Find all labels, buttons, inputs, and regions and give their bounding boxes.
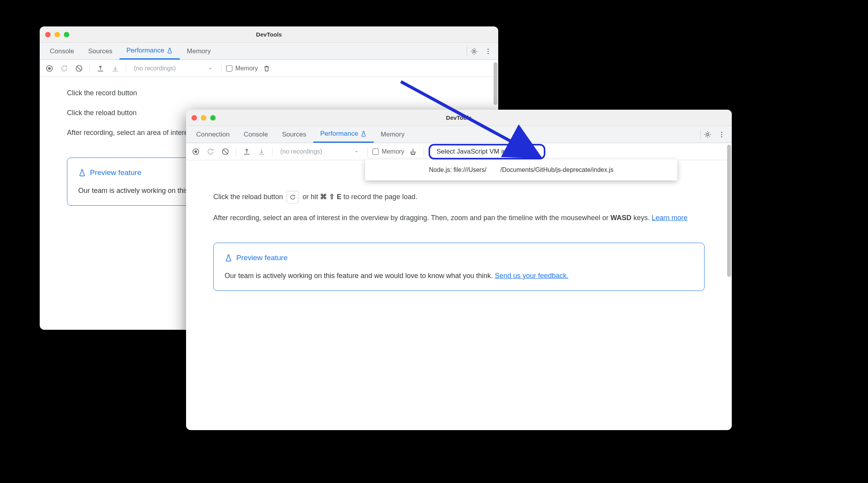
toolbar: (no recordings) Memory Select JavaScript… <box>186 143 732 160</box>
vm-instance-select[interactable]: Select JavaScript VM instance <box>429 144 545 159</box>
memory-label: Memory <box>382 148 404 155</box>
window-title: DevTools <box>256 31 282 38</box>
recordings-dropdown[interactable]: (no recordings) <box>277 148 363 155</box>
more-menu-button[interactable] <box>481 44 495 58</box>
reload-inline-icon <box>286 191 299 203</box>
caret-up-icon <box>533 150 538 153</box>
preview-body: Our team is actively working on this fea… <box>225 271 693 281</box>
chevron-down-icon <box>353 149 360 155</box>
learn-more-link[interactable]: Learn more <box>652 214 687 222</box>
record-button[interactable] <box>190 146 202 158</box>
window-title: DevTools <box>446 114 472 121</box>
memory-checkbox[interactable] <box>226 65 232 72</box>
settings-button[interactable] <box>467 44 481 58</box>
flask-icon <box>360 131 367 137</box>
tab-console[interactable]: Console <box>237 126 275 143</box>
preview-card: Preview feature Our team is actively wor… <box>213 243 705 291</box>
memory-checkbox[interactable] <box>373 149 379 155</box>
traffic-lights[interactable] <box>192 115 216 121</box>
chevron-down-icon <box>207 65 213 72</box>
tab-label: Performance <box>127 47 164 54</box>
tab-sources[interactable]: Sources <box>81 43 119 60</box>
close-window-button[interactable] <box>192 115 197 121</box>
titlebar: DevTools <box>186 110 732 126</box>
tab-label: Memory <box>381 131 404 138</box>
hint-reload: Click the reload button or hit ⌘ ⇧ E to … <box>213 191 705 203</box>
maximize-window-button[interactable] <box>64 32 69 37</box>
record-button[interactable] <box>44 63 55 74</box>
tab-performance[interactable]: Performance <box>313 126 374 143</box>
memory-label: Memory <box>235 65 258 72</box>
preview-title: Preview feature <box>225 252 693 264</box>
tab-label: Console <box>244 131 268 138</box>
vm-instance-option[interactable]: Node.js: file:///Users/ /Documents/GitHu… <box>365 165 677 175</box>
devtools-window-front: DevTools Connection Console Sources Perf… <box>186 110 732 430</box>
recordings-placeholder: (no recordings) <box>134 65 176 72</box>
vm-select-label: Select JavaScript VM instance <box>436 148 526 156</box>
close-window-button[interactable] <box>45 32 51 37</box>
upload-button[interactable] <box>95 63 106 74</box>
collect-garbage-button[interactable] <box>407 146 419 158</box>
tab-performance[interactable]: Performance <box>119 43 180 60</box>
content-area: x Click the reload button or hit ⌘ ⇧ E t… <box>186 160 732 302</box>
toolbar: (no recordings) Memory <box>40 60 498 77</box>
maximize-window-button[interactable] <box>210 115 216 121</box>
minimize-window-button[interactable] <box>201 115 206 121</box>
tab-label: Performance <box>320 130 358 138</box>
tab-memory[interactable]: Memory <box>180 43 218 60</box>
trash-button[interactable] <box>261 63 272 74</box>
tab-label: Sources <box>88 47 112 55</box>
hint-after: After recording, select an area of inter… <box>213 213 705 223</box>
tab-label: Connection <box>196 131 230 138</box>
minimize-window-button[interactable] <box>54 32 60 37</box>
download-button[interactable] <box>109 63 121 74</box>
reload-button[interactable] <box>205 146 216 158</box>
recordings-placeholder: (no recordings) <box>280 148 322 155</box>
tab-memory[interactable]: Memory <box>374 126 411 143</box>
tab-connection[interactable]: Connection <box>189 126 237 143</box>
tab-label: Memory <box>187 47 211 55</box>
tab-console[interactable]: Console <box>43 43 81 60</box>
scrollbar[interactable] <box>727 145 731 277</box>
download-button[interactable] <box>256 146 267 158</box>
clear-button[interactable] <box>73 63 85 74</box>
scrollbar[interactable] <box>494 62 497 105</box>
feedback-link[interactable]: Send us your feedback. <box>495 272 568 280</box>
upload-button[interactable] <box>241 146 253 158</box>
flask-icon <box>78 169 86 177</box>
tab-label: Sources <box>282 131 306 138</box>
reload-button[interactable] <box>58 63 70 74</box>
traffic-lights[interactable] <box>45 32 69 37</box>
hint-record: Click the record button <box>67 88 471 98</box>
titlebar: DevTools <box>40 26 498 43</box>
tabbar: Connection Console Sources Performance M… <box>186 126 732 143</box>
recordings-dropdown[interactable]: (no recordings) <box>131 65 216 72</box>
tab-sources[interactable]: Sources <box>275 126 313 143</box>
tab-label: Console <box>50 47 74 55</box>
flask-icon <box>167 47 173 54</box>
tabbar: Console Sources Performance Memory <box>40 43 498 60</box>
clear-button[interactable] <box>220 146 231 158</box>
flask-icon <box>225 254 232 262</box>
more-menu-button[interactable] <box>715 128 729 142</box>
vm-instance-popup: Node.js: file:///Users/ /Documents/GitHu… <box>365 159 677 180</box>
settings-button[interactable] <box>701 128 715 142</box>
